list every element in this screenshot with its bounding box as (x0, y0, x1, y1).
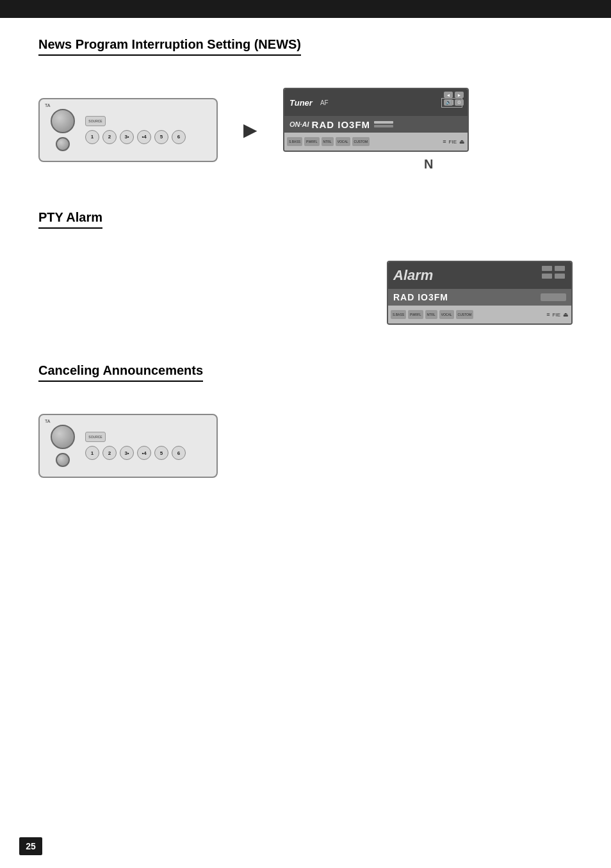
section-pty: PTY Alarm Alarm RAD IO3FM (38, 210, 573, 325)
alarm-eject-icon: ⏏ (563, 311, 569, 318)
radio-device-cancel: TA SOURCE 1 2 3• •4 5 (38, 414, 218, 478)
section-cancel-title: Canceling Announcements (38, 363, 203, 382)
dot-4 (555, 274, 565, 279)
af-label: AF (320, 99, 329, 106)
alarm-ntrl-btn: NTRL (425, 310, 437, 319)
cancel-btn-2: 2 (102, 446, 117, 460)
section-news: News Program Interruption Setting (NEWS)… (38, 37, 573, 172)
num-buttons-row: 1 2 3• •4 5 6 (85, 130, 211, 144)
alarm-bottom-row: S.BASS PWRFL NTRL VOCAL CUSTOM ≡ FIE ⏏ (388, 306, 571, 323)
num-btn-6: 6 (172, 130, 186, 144)
main-knob (51, 109, 75, 133)
display-controls: ◄ ► 🔊 ⊙ (444, 92, 464, 106)
display-area-news: Tuner AF FM 1 ◄ ► 🔊 ⊙ (283, 88, 469, 172)
freq-indicator (541, 293, 566, 301)
num-btn-5: 5 (154, 130, 168, 144)
pwrfl-btn: PWRFL (304, 137, 320, 146)
sbass-btn: S.BASS (287, 137, 302, 146)
alarm-dots (542, 266, 565, 279)
n-symbol: N (424, 157, 433, 171)
num-btn-1: 1 (85, 130, 99, 144)
cancel-btn-5: 5 (154, 446, 168, 460)
buttons-area: SOURCE 1 2 3• •4 5 6 (80, 116, 211, 144)
cancel-small-knob (56, 453, 70, 467)
radio3fm-text: RAD IO3FM (312, 119, 371, 130)
alarm-vocal-btn: VOCAL (439, 310, 454, 319)
alarm-radio-text: RAD IO3FM (393, 292, 448, 302)
small-knob (56, 137, 70, 151)
n-symbol-area: N (411, 157, 433, 172)
dot-1 (542, 266, 552, 271)
fie-label: FIE (449, 139, 457, 145)
source-button: SOURCE (85, 116, 106, 126)
top-bar (0, 0, 611, 18)
num-btn-2: 2 (102, 130, 117, 144)
cancel-source-row: SOURCE (85, 432, 211, 442)
ctrl-row-2: 🔊 ⊙ (444, 99, 464, 106)
ta-label: TA (45, 103, 50, 108)
cancel-btn-1: 1 (85, 446, 99, 460)
ntrl-btn: NTRL (322, 137, 334, 146)
alarm-display-panel: Alarm RAD IO3FM S.BASS PWRFL (387, 261, 573, 325)
display-main: ON·AI RAD IO3FM (284, 116, 468, 133)
bottom-icons: ≡ FIE ⏏ (443, 138, 465, 145)
alarm-fie-label: FIE (553, 312, 560, 318)
eject-icon: ⏏ (459, 138, 465, 145)
pty-illustration: Alarm RAD IO3FM S.BASS PWRFL (38, 261, 573, 325)
section-pty-title: PTY Alarm (38, 210, 102, 229)
cancel-source-button: SOURCE (85, 432, 106, 442)
section-cancel: Canceling Announcements TA SOURCE 1 (38, 363, 573, 478)
ctrl-fwd: ► (455, 92, 464, 98)
vocal-btn: VOCAL (336, 137, 350, 146)
dot-3 (542, 274, 552, 279)
right-indicators (374, 121, 393, 127)
alarm-custom-btn: CUSTOM (456, 310, 474, 319)
cancel-num-row: 1 2 3• •4 5 6 (85, 446, 211, 460)
cancel-ta-label: TA (45, 419, 50, 423)
cancel-btn-3: 3• (120, 446, 134, 460)
knob-area: TA (45, 104, 80, 156)
custom-btn: CUSTOM (352, 137, 370, 146)
on-air-text: ON·AI (289, 120, 309, 128)
ctrl-back: ◄ (444, 92, 453, 98)
alarm-pwrfl-btn: PWRFL (408, 310, 423, 319)
cancel-illustration: TA SOURCE 1 2 3• •4 5 (38, 414, 573, 478)
alarm-sbass-btn: S.BASS (391, 310, 406, 319)
section-news-title: News Program Interruption Setting (NEWS) (38, 37, 301, 56)
num-btn-4: •4 (137, 130, 151, 144)
cancel-knob-area: TA (45, 420, 80, 471)
ctrl-row-1: ◄ ► (444, 92, 464, 98)
display-panel-news: Tuner AF FM 1 ◄ ► 🔊 ⊙ (283, 88, 469, 152)
display-bottom-row: S.BASS PWRFL NTRL VOCAL CUSTOM ≡ FIE ⏏ (284, 133, 468, 151)
tuner-label: Tuner (289, 98, 313, 108)
arrow-right-icon: ▶ (243, 119, 257, 140)
cancel-btn-4: •4 (137, 446, 151, 460)
radio-device-news: TA SOURCE 1 2 3• •4 5 (38, 98, 218, 162)
num-btn-3: 3• (120, 130, 134, 144)
news-illustration-row: TA SOURCE 1 2 3• •4 5 (38, 88, 573, 172)
alarm-menu-icon: ≡ (546, 311, 550, 318)
dot-2 (555, 266, 565, 271)
alarm-text: Alarm (393, 267, 433, 284)
cancel-main-knob (51, 425, 75, 449)
cancel-buttons-area: SOURCE 1 2 3• •4 5 6 (80, 432, 211, 460)
alarm-top: Alarm (388, 262, 571, 289)
ctrl-eq: ⊙ (455, 99, 464, 106)
alarm-bottom-icons: ≡ FIE ⏏ (546, 311, 569, 318)
alarm-main: RAD IO3FM (388, 289, 571, 306)
display-top-row: Tuner AF FM 1 ◄ ► 🔊 ⊙ (284, 89, 468, 116)
cancel-btn-6: 6 (172, 446, 186, 460)
page-number: 25 (19, 837, 42, 855)
source-row: SOURCE (85, 116, 211, 126)
menu-icon: ≡ (443, 138, 446, 145)
ctrl-vol: 🔊 (444, 99, 453, 106)
